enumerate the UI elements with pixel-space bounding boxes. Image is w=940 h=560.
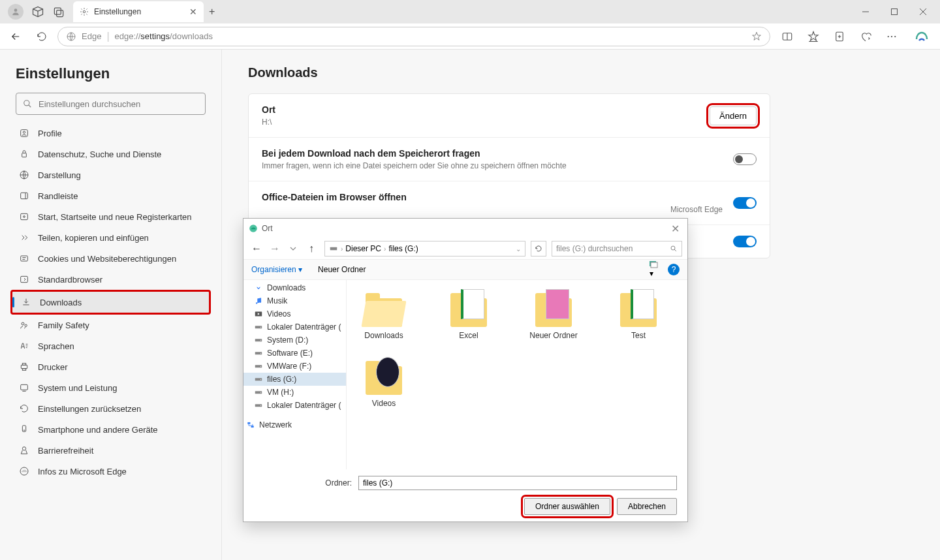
breadcrumb-drive[interactable]: files (G:) — [388, 244, 418, 253]
settings-search-input[interactable] — [39, 99, 198, 109]
sidebar-item-1[interactable]: Datenschutz, Suche und Dienste — [10, 144, 211, 164]
folder-picker-dialog: Ort ✕ ← → ↑ › Dieser PC › files (G:) ⌄ f… — [243, 218, 688, 522]
svg-rect-31 — [21, 276, 28, 282]
location-title: Ort — [262, 104, 710, 115]
ask-row: Bei jedem Download nach dem Speicherort … — [249, 138, 770, 181]
address-bar[interactable]: Edge | edge://settings/downloads — [57, 27, 770, 46]
tab-close-icon[interactable]: ✕ — [189, 7, 197, 17]
tree-item[interactable]: Lokaler Datenträger ( — [243, 399, 346, 412]
tree-item[interactable]: Lokaler Datenträger ( — [243, 320, 346, 334]
svg-point-3 — [83, 10, 86, 13]
tree-item[interactable]: Musik — [243, 294, 346, 307]
extensions-icon[interactable] — [854, 26, 877, 47]
maximize-button[interactable] — [880, 0, 909, 23]
dialog-up-button[interactable]: ↑ — [304, 241, 319, 257]
minimize-button[interactable] — [851, 0, 880, 23]
tree-item[interactable]: Downloads — [243, 281, 346, 294]
sidebar-item-5[interactable]: Teilen, kopieren und einfügen — [10, 227, 211, 248]
settings-search[interactable] — [16, 93, 206, 115]
dialog-nav: ← → ↑ › Dieser PC › files (G:) ⌄ files (… — [243, 238, 687, 259]
organize-menu[interactable]: Organisieren ▾ — [251, 265, 302, 274]
split-screen-icon[interactable] — [776, 26, 799, 47]
favorite-icon[interactable] — [751, 31, 762, 42]
sidebar-item-15[interactable]: Barrierefreiheit — [10, 440, 211, 461]
dialog-back-button[interactable]: ← — [249, 241, 264, 257]
sidebar-item-4[interactable]: Start, Startseite und neue Registerkarte… — [10, 206, 211, 227]
close-button[interactable] — [909, 0, 937, 23]
new-tab-button[interactable]: + — [209, 6, 215, 18]
dialog-title: Ort — [262, 224, 273, 233]
dialog-close-icon[interactable]: ✕ — [668, 220, 682, 238]
sidebar-item-13[interactable]: Einstellungen zurücksetzen — [10, 398, 211, 419]
help-icon[interactable]: ? — [668, 264, 680, 275]
tree-item[interactable]: Netzwerk — [243, 418, 346, 431]
file-item[interactable]: Videos — [354, 356, 413, 408]
profile-avatar[interactable] — [8, 4, 24, 20]
browser-tab[interactable]: Einstellungen ✕ — [73, 1, 204, 22]
tree-item[interactable]: files (G:) — [243, 373, 346, 386]
file-item[interactable]: Test — [609, 288, 668, 340]
svg-rect-28 — [21, 256, 28, 261]
sidebar-item-9[interactable]: Family Safety — [10, 315, 211, 335]
file-item[interactable]: Excel — [439, 288, 498, 340]
sidebar-label: Randleiste — [38, 191, 78, 201]
office-toggle[interactable] — [733, 197, 757, 209]
dialog-refresh-button[interactable] — [531, 241, 546, 257]
change-location-button[interactable]: Ändern — [710, 106, 757, 125]
sidebar-item-16[interactable]: Infos zu Microsoft Edge — [10, 461, 211, 482]
dialog-recent-dropdown[interactable] — [285, 241, 301, 257]
sidebar-item-3[interactable]: Randleiste — [10, 185, 211, 206]
menu-button[interactable] — [880, 26, 903, 47]
sidebar-icon — [18, 403, 30, 414]
sidebar-icon — [20, 297, 32, 307]
tree-item[interactable]: Software (E:) — [243, 347, 346, 360]
ask-toggle[interactable] — [733, 153, 757, 165]
svg-rect-67 — [251, 426, 254, 428]
cancel-button[interactable]: Abbrechen — [617, 498, 677, 515]
tree-item[interactable]: System (D:) — [243, 334, 346, 347]
sidebar-icon — [18, 232, 30, 243]
svg-point-17 — [894, 35, 896, 37]
sidebar-item-12[interactable]: System und Leistung — [10, 377, 211, 398]
collections-icon[interactable] — [828, 26, 851, 47]
file-item[interactable]: Downloads — [354, 288, 413, 340]
row4-toggle[interactable] — [733, 236, 757, 247]
svg-rect-2 — [57, 10, 63, 17]
sidebar-item-7[interactable]: Standardbrowser — [10, 269, 211, 290]
dialog-file-pane[interactable]: DownloadsExcelNeuer OrdnerTestVideos — [347, 280, 687, 469]
select-folder-button[interactable]: Ordner auswählen — [524, 498, 610, 515]
svg-point-0 — [14, 8, 18, 12]
breadcrumb[interactable]: › Dieser PC › files (G:) ⌄ — [324, 241, 525, 257]
breadcrumb-dropdown[interactable]: ⌄ — [516, 245, 521, 253]
sidebar-item-2[interactable]: Darstellung — [10, 164, 211, 185]
tab-actions-icon[interactable] — [52, 5, 65, 18]
tree-item[interactable]: Videos — [243, 307, 346, 320]
new-folder-button[interactable]: Neuer Ordner — [318, 265, 366, 274]
dialog-search[interactable]: files (G:) durchsuchen — [552, 241, 682, 257]
folder-field-input[interactable] — [358, 476, 677, 490]
dialog-tree[interactable]: DownloadsMusikVideosLokaler Datenträger … — [243, 280, 347, 469]
view-menu[interactable]: ▾ — [650, 261, 660, 278]
sidebar-item-11[interactable]: Drucker — [10, 356, 211, 377]
site-icon — [66, 31, 76, 42]
sidebar-item-8[interactable]: Downloads — [10, 290, 211, 315]
sidebar-item-14[interactable]: Smartphone und andere Geräte — [10, 419, 211, 440]
workspace-icon[interactable] — [31, 5, 44, 18]
file-item[interactable]: Neuer Ordner — [524, 288, 583, 340]
sidebar-item-10[interactable]: Sprachen — [10, 335, 211, 356]
svg-line-19 — [29, 105, 31, 108]
sidebar-item-0[interactable]: Profile — [10, 123, 211, 144]
sidebar-item-6[interactable]: Cookies und Websiteberechtigungen — [10, 248, 211, 269]
tree-item[interactable]: VM (H:) — [243, 386, 346, 399]
favorites-icon[interactable] — [802, 26, 825, 47]
addr-url: edge://settings/downloads — [115, 31, 213, 41]
back-button[interactable] — [5, 26, 26, 47]
drive-icon — [254, 375, 263, 384]
svg-point-21 — [23, 131, 25, 133]
svg-point-57 — [260, 353, 261, 354]
copilot-icon[interactable] — [914, 29, 930, 44]
tree-item[interactable]: VMWare (F:) — [243, 360, 346, 373]
refresh-button[interactable] — [31, 26, 52, 47]
sidebar-icon — [18, 128, 30, 138]
breadcrumb-pc[interactable]: Dieser PC — [345, 244, 381, 253]
